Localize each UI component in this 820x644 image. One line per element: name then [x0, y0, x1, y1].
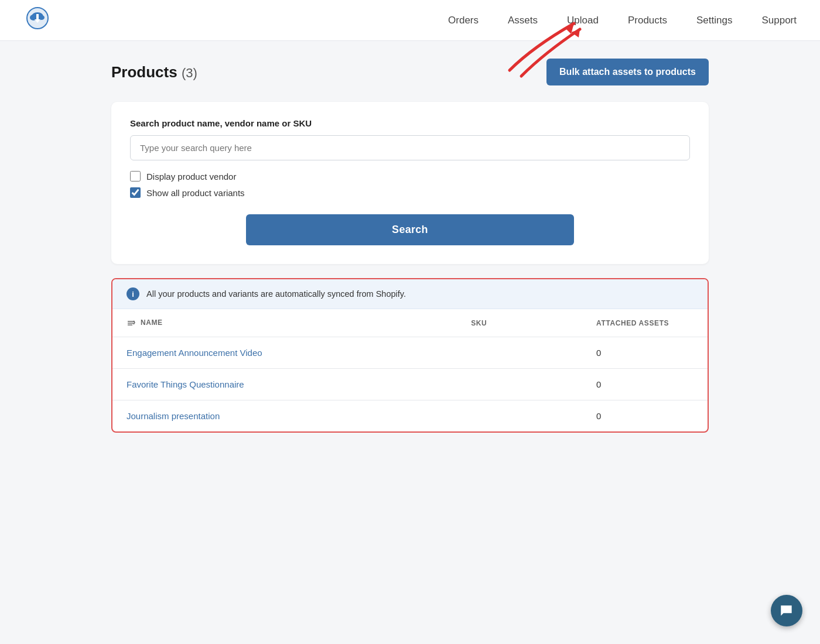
product-name-cell: Journalism presentation — [112, 400, 457, 432]
product-link[interactable]: Favorite Things Questionnaire — [127, 379, 244, 389]
product-sku-cell — [457, 369, 582, 400]
info-text: All your products and variants are autom… — [146, 289, 406, 299]
show-variants-checkbox[interactable] — [130, 187, 141, 198]
page-title: Products (3) — [111, 63, 197, 81]
col-header-sku: SKU — [457, 309, 582, 337]
search-label: Search product name, vendor name or SKU — [130, 118, 690, 128]
nav-products[interactable]: Products — [628, 15, 667, 26]
show-variants-label: Show all product variants — [146, 188, 245, 198]
product-sku-cell — [457, 337, 582, 369]
table-body: Engagement Announcement Video 0 Favorite… — [112, 337, 708, 432]
display-vendor-row: Display product vendor — [130, 171, 690, 181]
svg-rect-6 — [36, 14, 39, 20]
nav-links: Orders Assets Upload Products Settings S… — [448, 15, 797, 26]
search-card: Search product name, vendor name or SKU … — [111, 102, 709, 264]
table-header: NAME SKU ATTACHED ASSETS — [112, 309, 708, 337]
logo — [23, 5, 52, 36]
nav-support[interactable]: Support — [761, 15, 797, 26]
show-variants-row: Show all product variants — [130, 187, 690, 198]
product-link[interactable]: Journalism presentation — [127, 411, 220, 421]
products-table-section: i All your products and variants are aut… — [111, 278, 709, 433]
product-assets-cell: 0 — [582, 369, 708, 400]
product-name-cell: Favorite Things Questionnaire — [112, 369, 457, 400]
search-button[interactable]: Search — [246, 214, 574, 245]
table-row: Favorite Things Questionnaire 0 — [112, 369, 708, 400]
product-count: (3) — [182, 66, 197, 80]
info-icon: i — [127, 287, 139, 300]
navigation: Orders Assets Upload Products Settings S… — [0, 0, 820, 41]
chat-button[interactable] — [771, 595, 802, 626]
chat-icon — [779, 603, 794, 618]
search-input[interactable] — [130, 135, 690, 160]
svg-point-4 — [39, 15, 45, 20]
bulk-attach-button[interactable]: Bulk attach assets to products — [546, 59, 709, 85]
product-assets-cell: 0 — [582, 337, 708, 369]
product-link[interactable]: Engagement Announcement Video — [127, 348, 262, 358]
col-header-attached-assets: ATTACHED ASSETS — [582, 309, 708, 337]
nav-assets[interactable]: Assets — [508, 15, 538, 26]
nav-settings[interactable]: Settings — [696, 15, 732, 26]
product-name-cell: Engagement Announcement Video — [112, 337, 457, 369]
nav-orders[interactable]: Orders — [448, 15, 479, 26]
display-vendor-label: Display product vendor — [146, 172, 236, 181]
table-row: Engagement Announcement Video 0 — [112, 337, 708, 369]
info-banner: i All your products and variants are aut… — [112, 279, 708, 309]
table-row: Journalism presentation 0 — [112, 400, 708, 432]
page-content: Products (3) Bulk attach assets to produ… — [88, 41, 732, 450]
products-table: NAME SKU ATTACHED ASSETS Engagement Anno… — [112, 309, 708, 431]
product-sku-cell — [457, 400, 582, 432]
product-assets-cell: 0 — [582, 400, 708, 432]
sort-icon — [127, 318, 136, 327]
col-header-name: NAME — [112, 309, 457, 337]
display-vendor-checkbox[interactable] — [130, 171, 141, 181]
page-header: Products (3) Bulk attach assets to produ… — [111, 59, 709, 85]
nav-upload[interactable]: Upload — [567, 15, 599, 26]
